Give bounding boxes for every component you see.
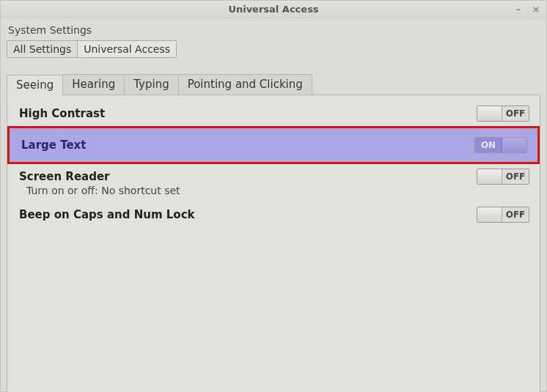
toggle-state: OFF <box>502 171 529 182</box>
toggle-knob <box>477 169 502 184</box>
screen-reader-label: Screen Reader <box>19 170 110 183</box>
titlebar: Universal Access – × <box>1 1 546 18</box>
tab-hearing[interactable]: Hearing <box>62 74 125 95</box>
option-large-text: Large Text ON <box>10 130 537 160</box>
high-contrast-label: High Contrast <box>19 107 105 120</box>
breadcrumb-all-settings[interactable]: All Settings <box>7 41 78 57</box>
breadcrumb-universal-access[interactable]: Universal Access <box>78 41 176 57</box>
window-controls: – × <box>513 1 542 18</box>
option-screen-reader: Screen Reader OFF <box>7 164 540 186</box>
large-text-toggle[interactable]: ON <box>474 137 527 153</box>
tab-panel-seeing: High Contrast OFF Large Text ON <box>7 95 540 392</box>
toggle-state: OFF <box>502 210 529 220</box>
close-button[interactable]: × <box>530 4 542 15</box>
screen-reader-toggle[interactable]: OFF <box>477 169 529 185</box>
toggle-state: OFF <box>502 108 529 119</box>
toggle-knob <box>477 106 502 121</box>
page-header: System Settings <box>8 24 540 36</box>
beep-caps-label: Beep on Caps and Num Lock <box>19 208 195 221</box>
screen-reader-sub: Turn on or off: No shortcut set <box>7 185 540 202</box>
breadcrumb: All Settings Universal Access <box>7 40 177 58</box>
toggle-state: ON <box>475 140 502 150</box>
tabs: Seeing Hearing Typing Pointing and Click… <box>7 74 540 95</box>
tab-seeing[interactable]: Seeing <box>7 75 63 95</box>
option-beep-caps: Beep on Caps and Num Lock OFF <box>7 202 540 227</box>
large-text-label: Large Text <box>21 138 86 152</box>
beep-caps-toggle[interactable]: OFF <box>477 207 529 223</box>
toggle-knob <box>502 138 526 152</box>
window-title: Universal Access <box>228 4 318 15</box>
option-high-contrast: High Contrast OFF <box>7 101 540 126</box>
content-area: System Settings All Settings Universal A… <box>1 18 546 392</box>
tab-typing[interactable]: Typing <box>124 74 178 95</box>
tab-pointing[interactable]: Pointing and Clicking <box>178 74 312 95</box>
toggle-knob <box>477 207 502 222</box>
minimize-button[interactable]: – <box>513 4 524 15</box>
window: Universal Access – × System Settings All… <box>0 0 547 392</box>
high-contrast-toggle[interactable]: OFF <box>477 106 529 122</box>
option-large-text-highlight: Large Text ON <box>7 126 540 164</box>
tabs-container: Seeing Hearing Typing Pointing and Click… <box>7 74 540 392</box>
